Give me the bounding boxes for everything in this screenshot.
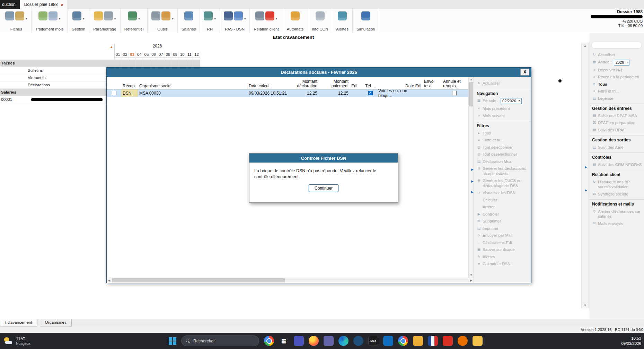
- month-cell[interactable]: 03: [129, 51, 136, 58]
- nav-declarations-edi[interactable]: ↓ Déclarations-Edi: [474, 239, 531, 246]
- scroll-right-icon[interactable]: ▶: [470, 279, 472, 282]
- chrome-icon[interactable]: [264, 336, 274, 346]
- column-header[interactable]: Montant paiement: [319, 79, 350, 88]
- month-cell[interactable]: 04: [136, 51, 143, 58]
- taskbar-search[interactable]: Rechercher: [181, 335, 259, 346]
- files-icon[interactable]: [473, 336, 483, 346]
- rp-filtre-et-tri[interactable]: ≡ Filtre et tri...: [589, 88, 644, 95]
- rp-decouvrir-n1[interactable]: « Découvrir N-1: [589, 67, 644, 74]
- ribbon-group-simulation[interactable]: Simulation: [353, 9, 379, 33]
- ribbon-group-parametrage[interactable]: ▾ Paramétrage: [89, 9, 120, 33]
- nav-refresh-button[interactable]: ↻ Actualiser: [474, 80, 531, 87]
- grid-row[interactable]: Tâches: [0, 60, 200, 67]
- flag-icon[interactable]: [428, 336, 438, 346]
- dialog-title-bar[interactable]: Déclarations sociales - Février 2026 X: [107, 68, 531, 77]
- nav-calculer[interactable]: Calculer: [474, 197, 531, 204]
- column-header[interactable]: Récap: [121, 84, 138, 88]
- nav-supprimer[interactable]: ⊠ Supprimer: [474, 218, 531, 225]
- ribbon-group-pas-dsn[interactable]: ▾ PAS - DSN: [220, 9, 250, 33]
- continuer-button[interactable]: Continuer: [309, 184, 338, 192]
- nav-declaration-msa[interactable]: ▤ Déclaration Msa: [474, 158, 531, 165]
- rp-suivi-des-dpae[interactable]: ▤ Suivi des DPAE: [589, 126, 644, 134]
- ribbon-group-info-ccn[interactable]: Info CCN: [308, 9, 332, 33]
- ribbon-group-fiches[interactable]: ▾ Fiches: [1, 9, 32, 33]
- windows-start-button[interactable]: [169, 337, 176, 345]
- rp-synthese-societe[interactable]: ✉ Synthèse société: [589, 191, 644, 198]
- nav-imprimer[interactable]: ▤ Imprimer: [474, 225, 531, 232]
- ribbon-group-alertes[interactable]: Alertes: [332, 9, 353, 33]
- outlook-icon[interactable]: [383, 336, 393, 346]
- scrollbar-thumb[interactable]: [112, 278, 285, 282]
- scroll-up-icon[interactable]: ▲: [584, 44, 587, 47]
- value-dropdown[interactable]: 02/2026▾: [501, 98, 522, 104]
- dialog-close-button[interactable]: X: [520, 69, 529, 76]
- nav-mois-suivant[interactable]: » Mois suivant: [474, 112, 531, 120]
- nav-mois-precedent[interactable]: « Mois précédent: [474, 105, 531, 112]
- month-cell[interactable]: 01: [114, 51, 122, 58]
- app-blue-icon[interactable]: [353, 336, 363, 346]
- store-icon[interactable]: ▦: [279, 336, 289, 346]
- row-checkbox[interactable]: [112, 91, 116, 95]
- edge-icon[interactable]: [338, 336, 349, 346]
- tab-etat-avancement[interactable]: t d'avancement: [0, 319, 37, 326]
- column-header[interactable]: Annule et rempla…: [442, 79, 467, 88]
- month-cell[interactable]: 05: [143, 51, 150, 58]
- nav-alertes[interactable]: ✎ Alertes: [474, 253, 531, 261]
- month-cell[interactable]: 12: [193, 51, 200, 58]
- nav-sauver-sur-disque[interactable]: ▣ Sauver sur disque: [474, 246, 531, 253]
- column-header[interactable]: Date Edi: [377, 84, 423, 88]
- scrollbar-thumb[interactable]: [469, 82, 473, 106]
- nav-envoyer-par-mail[interactable]: ✈ Envoyer par Mail: [474, 232, 531, 239]
- nav-generer-declarations-recapitulatives[interactable]: ⊕ Générer les déclarations récapitulativ…: [474, 165, 531, 177]
- teams-icon[interactable]: [294, 336, 304, 346]
- rp-historique-des-bp[interactable]: ↻ Historique des BP soumis validation: [589, 178, 644, 191]
- column-header[interactable]: Date calcul: [247, 84, 291, 88]
- err-non-bloquantes-link[interactable]: Voir les err. non bloqu…: [378, 88, 421, 98]
- ribbon-group-relation-client[interactable]: ▾ Relation client: [250, 9, 283, 33]
- month-cell[interactable]: 08: [165, 51, 172, 58]
- rp-mails-envoyes[interactable]: ✉ Mails envoyés: [589, 220, 644, 227]
- ribbon-group-referentiel[interactable]: ▾ Référentiel: [121, 9, 148, 33]
- declaration-row[interactable]: DSN MSA 00030 09/03/2026 10:51:21 12.25 …: [107, 89, 474, 97]
- taskbar-clock[interactable]: 10:53 09/03/2026: [621, 336, 641, 346]
- rp-legende[interactable]: ▤ Légende: [589, 95, 644, 102]
- nav-tout-selectionner[interactable]: ◎ Tout sélectionner: [474, 144, 531, 151]
- red-app-icon[interactable]: [443, 336, 453, 346]
- scroll-up-icon[interactable]: ▲: [470, 78, 473, 81]
- dialog-horizontal-scrollbar[interactable]: ◀ ▶: [107, 278, 474, 283]
- month-cell[interactable]: 06: [150, 51, 157, 58]
- column-header[interactable]: Montant déclaration: [291, 79, 319, 88]
- ribbon-group-salaries[interactable]: Salariés: [178, 9, 200, 33]
- firefox-icon[interactable]: [309, 336, 319, 346]
- tab-close-icon[interactable]: ×: [61, 2, 63, 7]
- main-vertical-scrollbar[interactable]: ▲ ▼: [581, 43, 589, 308]
- month-cell[interactable]: 02: [122, 51, 129, 58]
- rp-refresh-button[interactable]: ↻ Actualiser: [589, 51, 644, 59]
- nav-controler[interactable]: ▶ Contrôler: [474, 211, 531, 218]
- tab-organismes[interactable]: Organismes: [40, 319, 72, 326]
- nav-filtre-et-tri[interactable]: ≡ Filtre et tri...: [474, 137, 531, 144]
- office-icon[interactable]: [324, 336, 334, 346]
- month-cell[interactable]: 07: [157, 51, 165, 58]
- scroll-left-icon[interactable]: ◀: [108, 279, 110, 282]
- column-header[interactable]: Edi: [350, 84, 364, 88]
- month-cell[interactable]: 11: [186, 51, 193, 58]
- value-dropdown[interactable]: 2026▾: [614, 60, 630, 66]
- rp-suivi-des-aer[interactable]: ▤ Suivi des AER: [589, 144, 644, 151]
- ribbon-group-automate[interactable]: Automate: [283, 9, 308, 33]
- dialog-vertical-scrollbar[interactable]: ▲ ▼: [468, 77, 474, 278]
- rp-dpae-en-preparation[interactable]: ⊠ DPAE en préparation: [589, 119, 644, 126]
- nav-calendrier-dsn[interactable]: ● Calendrier DSN: [474, 260, 531, 268]
- annule-checkbox[interactable]: [452, 91, 457, 95]
- folder-icon[interactable]: [413, 336, 423, 346]
- column-header[interactable]: Tél…: [364, 84, 377, 88]
- nav-tous[interactable]: ▸ Tous: [474, 130, 531, 137]
- rp-alertes-echeances[interactable]: ⊙ Alertes d'échéances sur salariés: [589, 208, 644, 220]
- panel-search-field[interactable]: [591, 42, 642, 49]
- tel-checkbox[interactable]: [368, 91, 373, 95]
- nav-generer-ducs[interactable]: ⊕ Générer les DUCS en dédoublage de DSN: [474, 177, 531, 189]
- java-icon[interactable]: [458, 336, 468, 346]
- month-cell[interactable]: 10: [179, 51, 186, 58]
- tab-dossier-paie-1988[interactable]: Dossier paie 1988 ×: [20, 0, 68, 9]
- browser-icon[interactable]: [398, 336, 408, 346]
